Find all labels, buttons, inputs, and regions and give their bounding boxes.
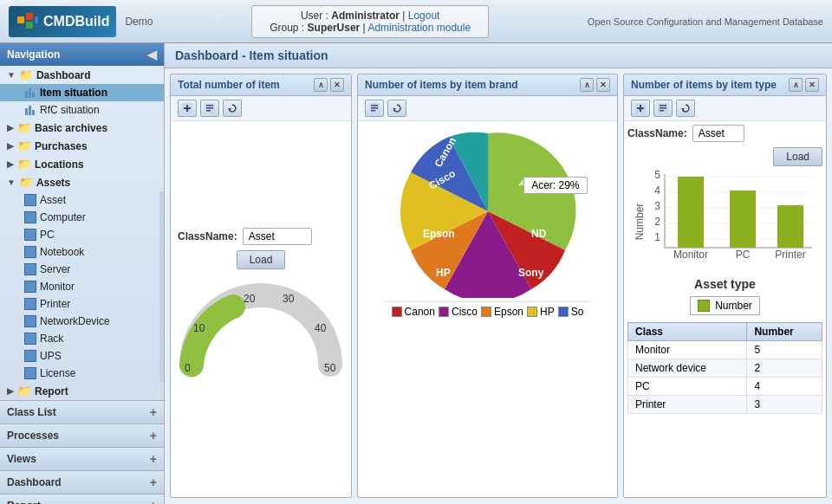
- sidebar-item-purchases[interactable]: ▶ 📁 Purchases: [0, 137, 164, 155]
- gauge-chart: 0 10 20 30 40 50: [174, 278, 348, 391]
- panel2-edit-button[interactable]: [365, 100, 384, 117]
- panel3-refresh-button[interactable]: [676, 100, 695, 117]
- sidebar-header: Navigation ◀: [0, 43, 164, 66]
- svg-rect-37: [660, 107, 666, 109]
- legend-epson: Epson: [481, 306, 523, 318]
- report-add-button[interactable]: +: [150, 499, 157, 504]
- sidebar-item-label: RfC situation: [40, 104, 100, 116]
- legend-color-cisco: [439, 307, 449, 317]
- data-table: Class Number Monitor5Network device2PC4P…: [627, 322, 822, 414]
- sidebar-item-computer[interactable]: Computer: [0, 209, 164, 226]
- app-tagline: Open Source Configuration and Management…: [588, 16, 823, 27]
- table-header-number: Number: [747, 323, 822, 341]
- item-icon: [24, 246, 36, 258]
- panel1-edit-button[interactable]: [200, 100, 219, 117]
- sidebar-item-label: Item situation: [40, 87, 107, 99]
- panel2-toolbar: [358, 96, 617, 121]
- table-cell-number: 4: [747, 378, 822, 396]
- sidebar-collapse-button[interactable]: ◀: [147, 48, 157, 61]
- panel1-add-button[interactable]: [178, 100, 197, 117]
- folder-icon: 📁: [17, 121, 31, 134]
- svg-text:10: 10: [193, 322, 205, 334]
- legend-hp: HP: [527, 306, 555, 318]
- sidebar-item-notebook[interactable]: Notebook: [0, 243, 164, 261]
- table-cell-number: 5: [747, 341, 822, 359]
- sidebar-item-server[interactable]: Server: [0, 261, 164, 278]
- processes-section: Processes +: [0, 423, 164, 447]
- load-button[interactable]: Load: [237, 250, 286, 269]
- sidebar-item-pc[interactable]: PC: [0, 226, 164, 243]
- dashboard-section: Dashboard +: [0, 470, 164, 494]
- content-area: Dashboard - Item situation Total number …: [165, 43, 832, 504]
- sidebar-item-license[interactable]: License: [0, 365, 164, 382]
- panel1-refresh-button[interactable]: [223, 100, 242, 117]
- admin-module-link[interactable]: Administration module: [367, 22, 471, 34]
- panel3-controls: ∧ ✕: [789, 78, 819, 92]
- header: CMDBuild Demo User : Administrator | Log…: [0, 0, 832, 43]
- panel3-load-button[interactable]: Load: [773, 147, 822, 166]
- legend-color-hp: [527, 307, 537, 317]
- panel3-collapse-button[interactable]: ∧: [789, 78, 803, 92]
- group-label: Group :: [270, 22, 304, 34]
- processes-add-button[interactable]: +: [150, 429, 157, 443]
- sidebar-item-report[interactable]: ▶ 📁 Report: [0, 382, 164, 400]
- svg-text:3: 3: [654, 200, 660, 212]
- svg-text:2: 2: [654, 216, 660, 228]
- table-cell-class: PC: [628, 378, 747, 396]
- table-cell-class: Network device: [628, 359, 747, 378]
- logout-link[interactable]: Logout: [408, 10, 440, 22]
- sidebar-item-networkdevice[interactable]: NetworkDevice: [0, 313, 164, 330]
- svg-rect-14: [206, 110, 211, 112]
- panel3-add-button[interactable]: [631, 100, 650, 117]
- svg-rect-23: [371, 105, 378, 107]
- panel3-close-button[interactable]: ✕: [805, 78, 819, 92]
- sidebar-item-rack[interactable]: Rack: [0, 330, 164, 347]
- sidebar-item-assets[interactable]: ▼ 📁 Assets: [0, 173, 164, 191]
- svg-text:20: 20: [244, 293, 256, 305]
- svg-text:HP: HP: [436, 267, 451, 279]
- sidebar-item-dashboard[interactable]: ▼ 📁 Dashboard: [0, 66, 164, 84]
- svg-rect-1: [26, 13, 33, 20]
- sidebar-item-item-situation[interactable]: Item situation: [0, 84, 164, 101]
- bar-chart: 5 4 3 2 1 Number: [634, 170, 816, 274]
- item-icon: [24, 315, 36, 327]
- panel3-toolbar: [624, 96, 826, 121]
- class-list-header[interactable]: Class List +: [0, 401, 164, 423]
- sidebar-item-label: Server: [40, 263, 70, 275]
- sidebar-item-rfc-situation[interactable]: RfC situation: [0, 101, 164, 119]
- svg-text:Monitor: Monitor: [673, 249, 707, 261]
- panel2-refresh-button[interactable]: [387, 100, 406, 117]
- sidebar-item-monitor[interactable]: Monitor: [0, 278, 164, 295]
- panel2-collapse-button[interactable]: ∧: [580, 78, 594, 92]
- svg-rect-3: [35, 16, 38, 23]
- svg-rect-25: [371, 110, 375, 112]
- views-header[interactable]: Views +: [0, 448, 164, 470]
- class-list-add-button[interactable]: +: [150, 405, 157, 419]
- panel1-close-button[interactable]: ✕: [330, 78, 344, 92]
- sidebar-item-ups[interactable]: UPS: [0, 347, 164, 365]
- chart-title: Asset type: [627, 277, 822, 291]
- panel2-close-button[interactable]: ✕: [596, 78, 610, 92]
- svg-text:0: 0: [185, 362, 191, 374]
- dashboard-add-button[interactable]: +: [150, 475, 157, 489]
- svg-text:40: 40: [315, 322, 327, 334]
- svg-rect-7: [25, 108, 28, 115]
- folder-icon: 📁: [17, 139, 31, 152]
- sidebar-item-label: Purchases: [35, 140, 88, 152]
- classname-input[interactable]: [243, 228, 312, 245]
- panel3-classname-input[interactable]: [692, 125, 744, 142]
- report-header[interactable]: Report +: [0, 494, 164, 504]
- views-add-button[interactable]: +: [150, 452, 157, 466]
- dashboard-header[interactable]: Dashboard +: [0, 471, 164, 494]
- sidebar-item-printer[interactable]: Printer: [0, 295, 164, 313]
- panel1-collapse-button[interactable]: ∧: [314, 78, 328, 92]
- panel1-title: Total number of item: [178, 79, 280, 91]
- table-row: Printer3: [628, 396, 822, 414]
- sidebar-item-basic-archives[interactable]: ▶ 📁 Basic archives: [0, 119, 164, 137]
- table-row: PC4: [628, 378, 822, 396]
- processes-header[interactable]: Processes +: [0, 424, 164, 447]
- item-icon: [24, 263, 36, 275]
- panel3-edit-button[interactable]: [653, 100, 673, 117]
- sidebar-item-locations[interactable]: ▶ 📁 Locations: [0, 155, 164, 173]
- sidebar-item-asset[interactable]: Asset: [0, 191, 164, 209]
